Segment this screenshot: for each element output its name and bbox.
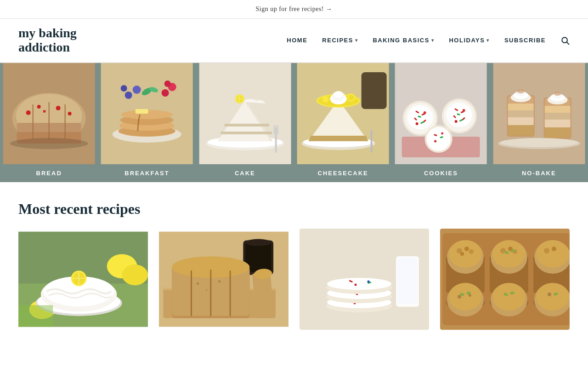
category-breakfast[interactable]: BREAKFAST bbox=[98, 63, 196, 182]
no-bake-label: NO-BAKE bbox=[490, 164, 588, 182]
recipe-grid bbox=[18, 229, 570, 348]
svg-point-205 bbox=[548, 293, 551, 296]
svg-point-13 bbox=[68, 112, 72, 115]
svg-point-129 bbox=[245, 239, 271, 246]
cookies2-image bbox=[300, 229, 429, 330]
frosting-image bbox=[18, 229, 148, 330]
svg-point-14 bbox=[43, 110, 46, 113]
svg-rect-22 bbox=[136, 109, 148, 114]
recipe-card-cookies[interactable] bbox=[300, 229, 429, 330]
svg-point-83 bbox=[455, 120, 458, 123]
svg-point-10 bbox=[26, 110, 31, 115]
nav-subscribe[interactable]: SUBSCRIBE bbox=[504, 37, 546, 44]
recipe-card-muffins[interactable] bbox=[440, 229, 570, 330]
svg-point-173 bbox=[469, 249, 474, 254]
svg-point-196 bbox=[469, 294, 471, 297]
svg-point-172 bbox=[464, 247, 469, 251]
logo-text: my baking addiction bbox=[18, 26, 77, 55]
cheesecake-label: CHEESECAKE bbox=[294, 164, 392, 182]
category-no-bake[interactable]: NO-BAKE bbox=[490, 63, 588, 182]
muffins-image bbox=[440, 229, 570, 330]
holidays-dropdown-icon: ▾ bbox=[486, 38, 490, 43]
svg-point-89 bbox=[434, 140, 436, 142]
nav-home[interactable]: HOME bbox=[287, 37, 307, 44]
svg-rect-43 bbox=[273, 125, 274, 134]
no-bake-image bbox=[490, 63, 588, 164]
svg-point-163 bbox=[355, 283, 357, 286]
svg-point-15 bbox=[10, 138, 88, 149]
cheesecake-image bbox=[294, 63, 392, 164]
svg-rect-60 bbox=[371, 130, 373, 153]
svg-rect-145 bbox=[397, 258, 418, 304]
svg-point-24 bbox=[133, 86, 141, 94]
recipes-dropdown-icon: ▾ bbox=[355, 38, 358, 43]
svg-point-111 bbox=[554, 92, 561, 96]
search-icon bbox=[560, 36, 570, 45]
recipe-card-frosting[interactable] bbox=[18, 229, 148, 330]
svg-point-58 bbox=[349, 95, 354, 100]
svg-point-170 bbox=[449, 240, 482, 268]
nav-recipes[interactable]: RECIPES ▾ bbox=[322, 37, 358, 44]
main-nav: HOME RECIPES ▾ BAKING BASICS ▾ HOLIDAYS … bbox=[287, 36, 570, 45]
svg-rect-107 bbox=[544, 106, 570, 113]
svg-point-26 bbox=[162, 89, 169, 97]
svg-point-11 bbox=[37, 105, 41, 109]
svg-point-142 bbox=[218, 280, 221, 282]
cake-label: CAKE bbox=[196, 164, 294, 182]
search-button[interactable] bbox=[560, 36, 570, 45]
cookies-image bbox=[392, 63, 490, 164]
svg-rect-47 bbox=[362, 72, 387, 109]
svg-point-113 bbox=[500, 138, 578, 147]
svg-point-56 bbox=[334, 91, 343, 98]
svg-point-160 bbox=[327, 278, 391, 290]
breakfast-label: BREAKFAST bbox=[98, 164, 196, 182]
nav-holidays[interactable]: HOLIDAYS ▾ bbox=[449, 37, 489, 44]
svg-point-117 bbox=[122, 264, 148, 285]
top-banner[interactable]: Sign up for free recipes! → bbox=[0, 0, 588, 19]
svg-point-199 bbox=[492, 283, 526, 310]
category-bread[interactable]: BREAD bbox=[0, 63, 98, 182]
category-cake[interactable]: CAKE bbox=[196, 63, 294, 182]
svg-rect-44 bbox=[275, 125, 276, 134]
svg-point-178 bbox=[492, 240, 526, 268]
category-cheesecake[interactable]: CHEESECAKE bbox=[294, 63, 392, 182]
svg-point-101 bbox=[517, 90, 524, 93]
category-cookies[interactable]: COOKIES bbox=[392, 63, 490, 182]
baking-basics-dropdown-icon: ▾ bbox=[431, 38, 435, 43]
bread2-image bbox=[159, 229, 288, 330]
svg-point-72 bbox=[416, 122, 418, 125]
svg-point-174 bbox=[460, 252, 464, 256]
svg-point-12 bbox=[56, 106, 61, 110]
nav-baking-basics[interactable]: BAKING BASICS ▾ bbox=[373, 37, 434, 44]
main-content: Most recent recipes bbox=[0, 182, 588, 348]
recent-recipes-title: Most recent recipes bbox=[18, 182, 570, 229]
svg-point-28 bbox=[164, 80, 171, 87]
svg-point-188 bbox=[544, 248, 549, 253]
category-section: BREAD bbox=[0, 63, 588, 182]
bread-image bbox=[0, 63, 98, 164]
svg-rect-125 bbox=[18, 305, 53, 327]
svg-point-140 bbox=[197, 282, 199, 285]
svg-point-84 bbox=[463, 109, 465, 112]
svg-point-195 bbox=[458, 295, 461, 299]
breakfast-image bbox=[98, 63, 196, 164]
svg-point-164 bbox=[368, 280, 370, 282]
svg-point-86 bbox=[427, 127, 451, 151]
svg-point-204 bbox=[536, 283, 569, 310]
svg-point-141 bbox=[206, 289, 208, 291]
logo[interactable]: my baking addiction bbox=[18, 26, 77, 55]
svg-point-25 bbox=[121, 85, 127, 92]
bread-label: BREAD bbox=[0, 164, 98, 182]
svg-line-1 bbox=[567, 42, 569, 45]
svg-point-189 bbox=[552, 247, 556, 251]
banner-link[interactable]: Sign up for free recipes! → bbox=[255, 6, 332, 12]
svg-point-90 bbox=[441, 132, 443, 134]
svg-marker-51 bbox=[309, 136, 368, 141]
svg-rect-45 bbox=[277, 125, 278, 134]
recipe-card-bread[interactable] bbox=[159, 229, 288, 330]
svg-point-187 bbox=[536, 240, 569, 268]
svg-point-23 bbox=[125, 92, 132, 99]
cake-image bbox=[196, 63, 294, 164]
svg-rect-97 bbox=[508, 104, 533, 110]
cookies-label: COOKIES bbox=[392, 164, 490, 182]
